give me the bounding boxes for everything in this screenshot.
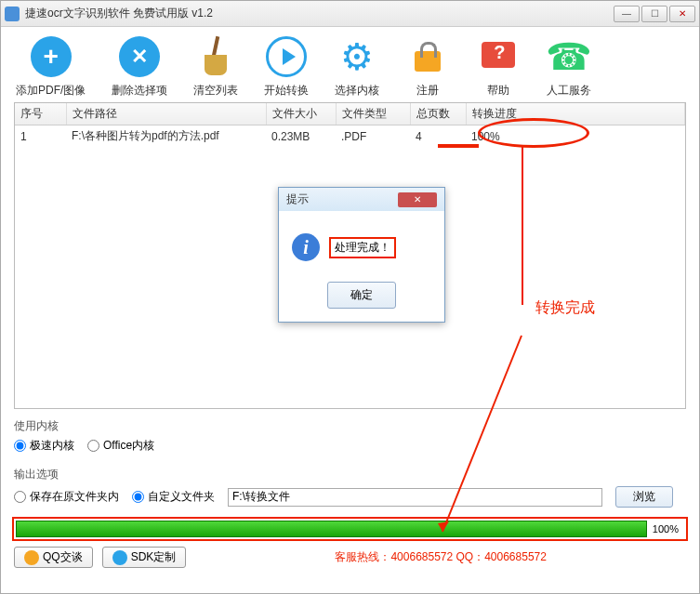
- clear-list-button[interactable]: 清空列表: [193, 34, 238, 99]
- row-progress: 100%: [466, 125, 685, 148]
- message-dialog: 提示 ✕ i 处理完成！ 确定: [278, 187, 445, 323]
- output-path-input[interactable]: [228, 488, 602, 507]
- col-size[interactable]: 文件大小: [266, 103, 336, 125]
- col-pages[interactable]: 总页数: [410, 103, 466, 125]
- kernel-section-label: 使用内核: [14, 418, 699, 434]
- add-file-button[interactable]: 添加PDF/图像: [16, 34, 86, 99]
- original-folder-radio[interactable]: 保存在原文件夹内: [14, 489, 119, 505]
- qq-chat-button[interactable]: QQ交谈: [14, 547, 93, 568]
- start-convert-button[interactable]: 开始转换: [264, 34, 309, 99]
- main-window: 捷速ocr文字识别软件 免费试用版 v1.2 — ☐ ✕ 添加PDF/图像 删除…: [0, 0, 700, 594]
- x-icon: [119, 36, 160, 77]
- hotline-text: 客服热线：4006685572 QQ：4006685572: [195, 549, 686, 565]
- progress-percent: 100%: [647, 523, 684, 535]
- help-button[interactable]: 帮助: [476, 34, 521, 99]
- select-kernel-button[interactable]: 选择内核: [335, 34, 379, 99]
- sdk-icon: [112, 550, 127, 565]
- window-title: 捷速ocr文字识别软件 免费试用版 v1.2: [25, 6, 614, 21]
- toolbar: 添加PDF/图像 删除选择项 清空列表 开始转换 选择内核 注册 帮助 人工服: [1, 27, 699, 102]
- sdk-button[interactable]: SDK定制: [102, 547, 187, 568]
- qq-icon: [24, 550, 39, 565]
- col-progress[interactable]: 转换进度: [466, 103, 685, 125]
- ok-button[interactable]: 确定: [327, 282, 396, 309]
- app-icon: [5, 7, 20, 21]
- phone-icon: [546, 38, 592, 75]
- close-button[interactable]: ✕: [669, 6, 695, 22]
- browse-button[interactable]: 浏览: [615, 486, 673, 508]
- progress-bar: [16, 521, 647, 537]
- row-size: 0.23MB: [266, 125, 336, 148]
- minimize-button[interactable]: —: [614, 6, 640, 22]
- table-row[interactable]: 1 F:\各种图片转为pdf的方法.pdf 0.23MB .PDF 4 100%: [15, 125, 685, 148]
- lock-icon: [411, 40, 444, 73]
- office-kernel-radio[interactable]: Office内核: [87, 438, 154, 454]
- help-icon: [480, 40, 517, 73]
- dialog-close-button[interactable]: ✕: [398, 192, 437, 207]
- play-icon: [266, 36, 307, 77]
- fast-kernel-radio[interactable]: 极速内核: [14, 438, 74, 454]
- plus-icon: [31, 36, 72, 77]
- row-type: .PDF: [336, 125, 410, 148]
- delete-button[interactable]: 删除选择项: [112, 34, 167, 99]
- custom-folder-radio[interactable]: 自定义文件夹: [132, 489, 215, 505]
- output-section-label: 输出选项: [14, 467, 699, 482]
- annotation-arrow-line-1: [522, 147, 523, 305]
- dialog-message: 处理完成！: [329, 237, 396, 258]
- annotation-text: 转换完成: [535, 298, 595, 318]
- dialog-title-text: 提示: [286, 191, 309, 207]
- progress-container: 100%: [12, 517, 688, 541]
- info-icon: i: [292, 233, 320, 261]
- col-type[interactable]: 文件类型: [336, 103, 410, 125]
- register-button[interactable]: 注册: [405, 34, 450, 99]
- row-path: F:\各种图片转为pdf的方法.pdf: [66, 125, 266, 148]
- row-seq: 1: [15, 125, 66, 148]
- dialog-titlebar: 提示 ✕: [279, 188, 444, 211]
- titlebar: 捷速ocr文字识别软件 免费试用版 v1.2 — ☐ ✕: [1, 1, 699, 27]
- service-button[interactable]: 人工服务: [547, 34, 591, 99]
- col-seq[interactable]: 序号: [15, 103, 66, 125]
- broom-icon: [197, 36, 234, 77]
- gear-icon: [340, 38, 374, 75]
- row-pages: 4: [410, 125, 466, 148]
- maximize-button[interactable]: ☐: [641, 6, 667, 22]
- col-path[interactable]: 文件路径: [66, 103, 266, 125]
